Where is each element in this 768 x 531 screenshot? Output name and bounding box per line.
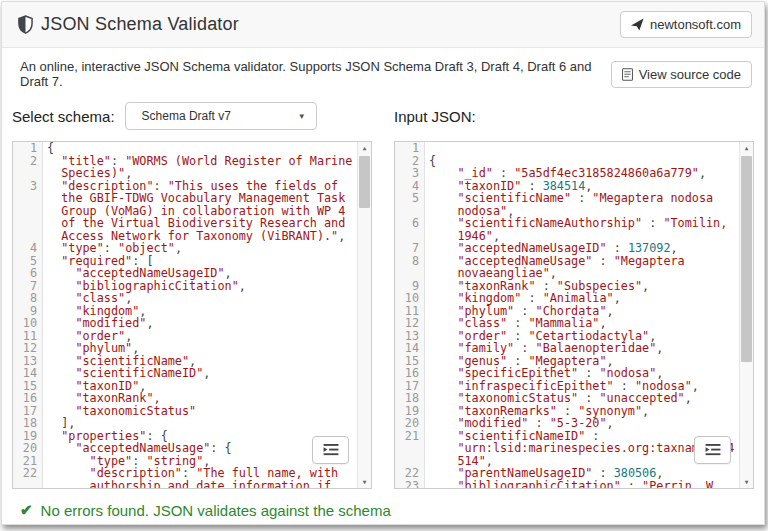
intro-row: An online, interactive JSON Schema valid… (2, 48, 764, 95)
line-number: 5 (395, 192, 425, 217)
input-json-editor[interactable]: 1 2{3"_id" : "5a5df4ec3185824860a6a779",… (394, 141, 754, 489)
code-line: 9"kingdom", (13, 305, 371, 318)
validation-status: ✔ No errors found. JSON validates agains… (20, 501, 764, 519)
scroll-down-icon[interactable]: ▼ (740, 476, 753, 488)
line-number: 7 (13, 280, 43, 293)
line-number: 10 (13, 317, 43, 330)
scrollbar-thumb[interactable] (359, 156, 370, 208)
code-line: 6"scientificNameAuthorship" : "Tomilin, … (395, 217, 753, 242)
newtonsoft-button[interactable]: newtonsoft.com (620, 11, 752, 38)
header: JSON Schema Validator newtonsoft.com (2, 2, 764, 48)
code-line: 23"bibliographicCitation" : "Perrin, W. (395, 480, 753, 490)
code-line: 2"title": "WORMS (World Register of Mari… (13, 155, 371, 180)
site-description: An online, interactive JSON Schema valid… (20, 59, 611, 89)
code-line: 1 (395, 142, 753, 155)
line-number: 23 (395, 480, 425, 490)
line-number: 21 (395, 430, 425, 468)
status-message: No errors found. JSON validates against … (41, 502, 391, 519)
input-json-label: Input JSON: (394, 108, 476, 125)
select-schema-label: Select schema: (12, 108, 115, 125)
code-line: 10"modified", (13, 317, 371, 330)
code-line: 8"acceptedNameUsage" : "Megaptera novaea… (395, 255, 753, 280)
check-icon: ✔ (20, 501, 33, 519)
line-number: 14 (395, 342, 425, 355)
code-line: 14"scientificNameID", (13, 367, 371, 380)
caret-down-icon: ▼ (298, 112, 306, 121)
line-number: 6 (395, 217, 425, 242)
line-number: 3 (395, 167, 425, 180)
page-title: JSON Schema Validator (41, 14, 239, 35)
line-number: 5 (13, 255, 43, 268)
code-line: 11"order", (13, 330, 371, 343)
scroll-up-icon[interactable]: ▲ (358, 142, 371, 154)
code-line: 8"class", (13, 292, 371, 305)
line-number: 20 (395, 417, 425, 430)
line-number: 7 (395, 242, 425, 255)
line-number: 20 (13, 442, 43, 455)
line-number: 8 (395, 255, 425, 280)
line-number: 16 (13, 392, 43, 405)
schema-select[interactable]: Schema Draft v7 ▼ (125, 102, 317, 130)
controls-row: Select schema: Schema Draft v7 ▼ Input J… (12, 101, 754, 131)
code-line: 15"taxonID", (13, 380, 371, 393)
line-number: 22 (13, 467, 43, 489)
line-number: 16 (395, 367, 425, 380)
line-number: 22 (395, 467, 425, 480)
schema-editor[interactable]: 1{2"title": "WORMS (World Register of Ma… (12, 141, 372, 489)
format-json-button[interactable] (694, 436, 731, 464)
format-json-button[interactable] (312, 436, 349, 464)
line-number: 6 (13, 267, 43, 280)
scrollbar-thumb[interactable] (741, 156, 752, 362)
line-number: 8 (13, 292, 43, 305)
line-number: 1 (13, 142, 43, 155)
format-json-icon (323, 444, 339, 457)
schema-select-value: Schema Draft v7 (142, 109, 231, 123)
line-number: 4 (395, 180, 425, 193)
line-number: 12 (13, 342, 43, 355)
code-line: 3"description": "This uses the fields of… (13, 180, 371, 243)
page: JSON Schema Validator newtonsoft.com An … (1, 1, 765, 525)
file-code-icon (622, 68, 633, 81)
editors-row: 1{2"title": "WORMS (World Register of Ma… (12, 137, 754, 489)
code-line: 5"scientificName" : "Megaptera nodosa no… (395, 192, 753, 217)
line-number: 14 (13, 367, 43, 380)
scroll-down-icon[interactable]: ▼ (358, 476, 371, 488)
scroll-up-icon[interactable]: ▲ (740, 142, 753, 154)
line-number: 1 (395, 142, 425, 155)
line-number: 2 (13, 155, 43, 180)
code-line: 7"bibliographicCitation", (13, 280, 371, 293)
line-number: 12 (395, 317, 425, 330)
dart-icon (631, 18, 644, 31)
line-number: 2 (395, 155, 425, 168)
line-number: 3 (13, 180, 43, 243)
line-number: 10 (395, 292, 425, 305)
input-scrollbar[interactable]: ▲ ▼ (739, 142, 753, 488)
shield-icon (18, 15, 33, 34)
format-json-icon (705, 444, 721, 457)
view-source-button[interactable]: View source code (611, 61, 752, 88)
schema-scrollbar[interactable]: ▲ ▼ (357, 142, 371, 488)
line-number: 18 (13, 417, 43, 430)
line-number: 18 (395, 392, 425, 405)
code-line: 22"description": "The full name, with au… (13, 467, 371, 489)
line-number: 4 (13, 242, 43, 255)
